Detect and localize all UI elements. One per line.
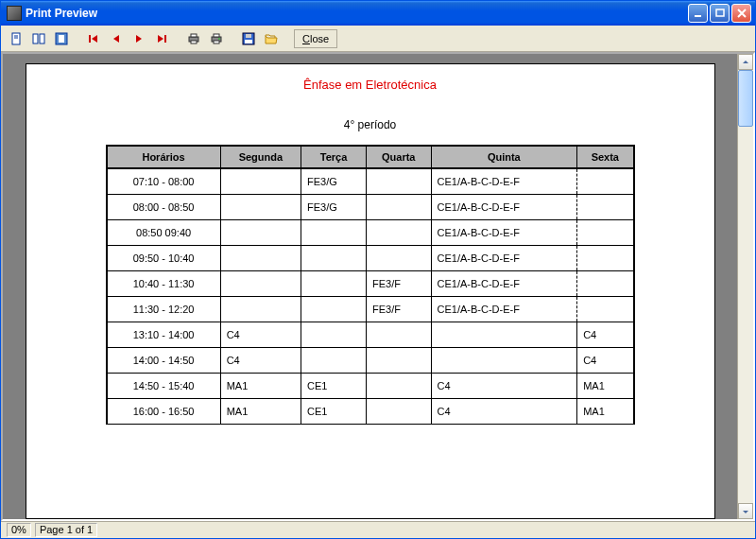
svg-rect-12	[191, 34, 197, 37]
status-page-info: Page 1 of 1	[35, 523, 97, 537]
table-cell	[577, 297, 634, 322]
svg-rect-20	[246, 34, 251, 38]
maximize-icon	[715, 9, 725, 18]
table-cell	[220, 195, 301, 220]
maximize-button[interactable]	[710, 4, 730, 23]
table-cell	[367, 348, 431, 374]
table-cell	[431, 348, 577, 374]
table-cell	[301, 271, 367, 297]
next-page-button[interactable]	[129, 29, 148, 48]
table-row: 16:00 - 16:50MA1CE1C4MA1	[107, 399, 634, 425]
save-button[interactable]	[239, 29, 258, 48]
table-cell: FE3/F	[367, 297, 431, 322]
table-cell: 10:40 - 11:30	[107, 271, 221, 297]
table-cell: 13:10 - 14:00	[107, 322, 221, 348]
last-page-button[interactable]	[152, 29, 171, 48]
table-cell	[367, 399, 431, 425]
minimize-button[interactable]	[688, 4, 708, 23]
table-cell	[577, 195, 634, 220]
open-button[interactable]	[262, 29, 281, 48]
table-cell: CE1/A-B-C-D-E-F	[431, 246, 577, 271]
minimize-icon	[694, 9, 703, 18]
print-button[interactable]	[207, 29, 226, 48]
table-cell: 16:00 - 16:50	[107, 399, 221, 425]
table-cell: CE1/A-B-C-D-E-F	[431, 220, 577, 246]
table-row: 14:00 - 14:50C4C4	[107, 348, 634, 374]
svg-rect-0	[695, 15, 701, 17]
svg-rect-9	[89, 35, 91, 43]
page-viewport[interactable]: Ênfase em Eletrotécnica 4° período Horár…	[3, 54, 737, 519]
view-single-page-button[interactable]	[7, 29, 26, 48]
table-cell	[577, 246, 634, 271]
table-row: 08:50 09:40CE1/A-B-C-D-E-F	[107, 220, 634, 246]
column-header: Quarta	[367, 146, 431, 168]
table-cell: C4	[220, 322, 301, 348]
last-page-icon	[156, 33, 167, 44]
app-icon	[7, 6, 22, 21]
column-header: Quinta	[431, 146, 577, 168]
svg-rect-13	[191, 41, 197, 43]
table-cell	[367, 195, 431, 220]
table-header-row: HoráriosSegundaTerçaQuartaQuintaSexta	[107, 146, 634, 168]
table-cell: MA1	[220, 374, 301, 399]
table-row: 13:10 - 14:00C4C4	[107, 322, 634, 348]
scroll-track[interactable]	[738, 70, 753, 503]
svg-rect-19	[245, 40, 252, 43]
table-cell	[577, 271, 634, 297]
print-preview-window: Print Preview	[0, 0, 756, 539]
table-cell	[220, 297, 301, 322]
scroll-up-button[interactable]	[738, 54, 753, 70]
close-preview-button[interactable]: Close	[294, 29, 337, 48]
table-cell	[220, 220, 301, 246]
table-cell	[367, 374, 431, 399]
table-cell: 08:50 09:40	[107, 220, 221, 246]
table-cell	[220, 246, 301, 271]
statusbar: 0% Page 1 of 1	[1, 521, 755, 538]
close-window-button[interactable]	[731, 4, 751, 23]
scroll-down-button[interactable]	[738, 503, 753, 519]
table-cell	[367, 168, 431, 195]
table-cell: FE3/F	[367, 271, 431, 297]
zoom-fit-button[interactable]	[52, 29, 71, 48]
schedule-table: HoráriosSegundaTerçaQuartaQuintaSexta 07…	[106, 145, 635, 425]
table-cell	[301, 297, 367, 322]
table-cell: C4	[431, 399, 577, 425]
table-cell: CE1	[301, 374, 367, 399]
prev-page-button[interactable]	[107, 29, 126, 48]
folder-open-icon	[265, 32, 278, 45]
svg-rect-1	[716, 9, 724, 16]
table-cell	[577, 220, 634, 246]
printer-setup-icon	[187, 32, 200, 45]
table-cell	[367, 220, 431, 246]
table-row: 08:00 - 08:50FE3/GCE1/A-B-C-D-E-F	[107, 195, 634, 220]
table-cell	[301, 246, 367, 271]
table-cell: MA1	[220, 399, 301, 425]
table-cell: MA1	[577, 399, 634, 425]
table-cell: FE3/G	[301, 195, 367, 220]
table-cell: CE1	[301, 399, 367, 425]
svg-point-17	[218, 38, 220, 40]
vertical-scrollbar[interactable]	[737, 54, 753, 519]
table-cell: 07:10 - 08:00	[107, 168, 221, 195]
print-setup-button[interactable]	[184, 29, 203, 48]
table-cell: 14:00 - 14:50	[107, 348, 221, 374]
table-cell	[367, 246, 431, 271]
view-multi-page-button[interactable]	[29, 29, 48, 48]
next-page-icon	[133, 33, 145, 44]
scroll-thumb[interactable]	[738, 70, 753, 127]
table-cell	[301, 322, 367, 348]
table-cell: CE1/A-B-C-D-E-F	[431, 168, 577, 195]
table-cell: 14:50 - 15:40	[107, 374, 221, 399]
document-title: Ênfase em Eletrotécnica	[49, 78, 692, 92]
table-row: 09:50 - 10:40CE1/A-B-C-D-E-F	[107, 246, 634, 271]
multi-page-icon	[32, 32, 45, 45]
close-icon	[737, 9, 747, 18]
prev-page-icon	[111, 33, 122, 44]
content-area: Ênfase em Eletrotécnica 4° período Horár…	[1, 52, 755, 521]
table-cell: CE1/A-B-C-D-E-F	[431, 297, 577, 322]
column-header: Terça	[301, 146, 367, 168]
table-cell: CE1/A-B-C-D-E-F	[431, 271, 577, 297]
status-progress: 0%	[7, 523, 31, 537]
table-cell	[301, 220, 367, 246]
first-page-button[interactable]	[84, 29, 103, 48]
